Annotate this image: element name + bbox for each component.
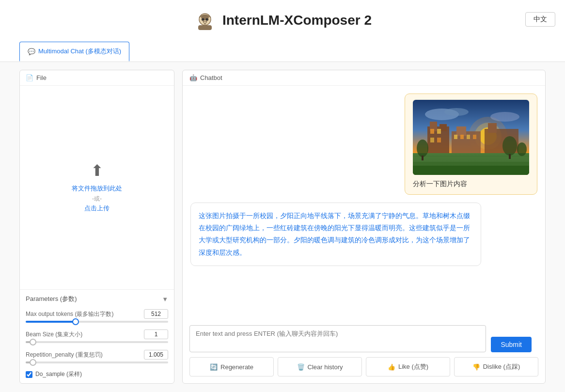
- left-panel: 📄 File ⬆ 将文件拖放到此处-或-点击上传 Parameters (参数)…: [19, 70, 174, 384]
- file-icon: 📄: [26, 74, 33, 81]
- action-buttons: 🔄 Regenerate 🗑️ Clear history 👍 Like (点赞…: [183, 352, 545, 383]
- svg-rect-23: [467, 135, 470, 139]
- chat-icon: 💬: [28, 48, 35, 55]
- header: InternLM-XComposer 2 中文: [0, 0, 565, 39]
- do-sample-row: Do_sample (采样): [26, 370, 168, 378]
- like-button[interactable]: 👍 Like (点赞): [366, 357, 450, 376]
- regenerate-button[interactable]: 🔄 Regenerate: [189, 357, 274, 376]
- param-rep-label: Repetition_penalty (重复惩罚) 1.005: [26, 350, 168, 360]
- svg-rect-24: [473, 135, 476, 139]
- tab-label: Multimodal Chat (多模态对话): [38, 47, 121, 56]
- upload-icon: ⬆: [91, 161, 104, 180]
- chat-input[interactable]: [189, 325, 486, 352]
- chatbot-header: 🤖 Chatbot: [183, 70, 545, 86]
- regenerate-icon: 🔄: [210, 363, 218, 371]
- bot-response-text: 这张图片拍摄于一所校园，夕阳正向地平线落下，场景充满了宁静的气息。草地和树木点缀…: [199, 212, 470, 256]
- upload-text: 将文件拖放到此处-或-点击上传: [72, 184, 122, 214]
- user-image: [413, 100, 529, 175]
- parameters-section: Parameters (参数) ▼ Max output tokens (最多输…: [20, 290, 174, 383]
- param-beam-size: Beam Size (集束大小) 1: [26, 329, 168, 343]
- tab-multimodal-chat[interactable]: 💬 Multimodal Chat (多模态对话): [19, 42, 129, 62]
- mascot-icon: [193, 9, 217, 32]
- file-upload-area[interactable]: ⬆ 将文件拖放到此处-或-点击上传: [20, 86, 174, 290]
- param-beam-label: Beam Size (集束大小) 1: [26, 329, 168, 339]
- dislike-label: Dislike (点踩): [483, 362, 520, 371]
- svg-rect-35: [413, 166, 529, 175]
- user-message-text: 分析一下图片内容: [413, 180, 529, 188]
- svg-point-29: [417, 140, 428, 157]
- svg-rect-21: [454, 135, 457, 139]
- svg-rect-30: [422, 156, 424, 160]
- params-chevron[interactable]: ▼: [162, 296, 168, 303]
- bot-message: 这张图片拍摄于一所校园，夕阳正向地平线落下，场景充满了宁静的气息。草地和树木点缀…: [190, 203, 537, 266]
- clear-history-button[interactable]: 🗑️ Clear history: [278, 357, 362, 376]
- rep-penalty-slider[interactable]: [26, 361, 168, 363]
- file-section-header: 📄 File: [20, 70, 174, 86]
- svg-point-2: [202, 18, 204, 21]
- beam-size-slider[interactable]: [26, 341, 168, 343]
- do-sample-checkbox[interactable]: [26, 371, 32, 378]
- param-rep-value[interactable]: 1.005: [144, 350, 168, 360]
- svg-rect-4: [198, 25, 212, 30]
- max-tokens-slider[interactable]: [26, 321, 168, 323]
- svg-point-31: [502, 136, 517, 156]
- tabs-bar: 💬 Multimodal Chat (多模态对话): [0, 39, 565, 62]
- param-beam-value[interactable]: 1: [144, 329, 168, 339]
- file-label: File: [36, 74, 47, 81]
- regenerate-label: Regenerate: [220, 363, 253, 371]
- clear-history-icon: 🗑️: [297, 363, 305, 371]
- params-header: Parameters (参数) ▼: [26, 295, 168, 303]
- user-bubble: 分析一下图片内容: [405, 94, 537, 195]
- do-sample-label: Do_sample (采样): [35, 370, 82, 378]
- params-label: Parameters (参数): [26, 295, 77, 303]
- param-max-tokens-value[interactable]: 512: [144, 309, 168, 319]
- language-button[interactable]: 中文: [525, 12, 555, 27]
- svg-rect-18: [437, 138, 441, 142]
- app-logo: InternLM-XComposer 2: [193, 9, 372, 32]
- dislike-icon: 👎: [472, 363, 480, 371]
- chatbot-label: Chatbot: [200, 74, 222, 81]
- chatbot-icon: 🤖: [189, 74, 197, 81]
- svg-point-10: [444, 108, 469, 116]
- svg-point-3: [205, 18, 208, 21]
- svg-rect-26: [488, 123, 497, 133]
- svg-rect-17: [430, 138, 434, 142]
- svg-rect-15: [430, 129, 434, 134]
- dislike-button[interactable]: 👎 Dislike (点踩): [454, 357, 538, 376]
- svg-rect-16: [437, 129, 441, 134]
- main-layout: 📄 File ⬆ 将文件拖放到此处-或-点击上传 Parameters (参数)…: [0, 62, 565, 392]
- submit-button[interactable]: Submit: [491, 337, 532, 352]
- right-panel: 🤖 Chatbot: [182, 70, 546, 384]
- svg-rect-32: [509, 154, 511, 159]
- app-title: InternLM-XComposer 2: [222, 13, 372, 28]
- bot-bubble: 这张图片拍摄于一所校园，夕阳正向地平线落下，场景充满了宁静的气息。草地和树木点缀…: [190, 203, 481, 266]
- param-max-tokens-label: Max output tokens (最多输出字数) 512: [26, 309, 168, 319]
- svg-rect-22: [460, 135, 464, 139]
- chat-messages: 分析一下图片内容 这张图片拍摄于一所校园，夕阳正向地平线落下，场景充满了宁静的气…: [183, 86, 545, 320]
- like-icon: 👍: [388, 363, 395, 371]
- clear-history-label: Clear history: [308, 363, 343, 371]
- like-label: Like (点赞): [398, 362, 428, 371]
- param-repetition-penalty: Repetition_penalty (重复惩罚) 1.005: [26, 350, 168, 363]
- input-row: Submit: [183, 320, 545, 352]
- user-message: 分析一下图片内容: [190, 94, 537, 195]
- svg-point-33: [517, 142, 527, 156]
- param-max-tokens: Max output tokens (最多输出字数) 512: [26, 309, 168, 323]
- svg-point-11: [490, 112, 519, 122]
